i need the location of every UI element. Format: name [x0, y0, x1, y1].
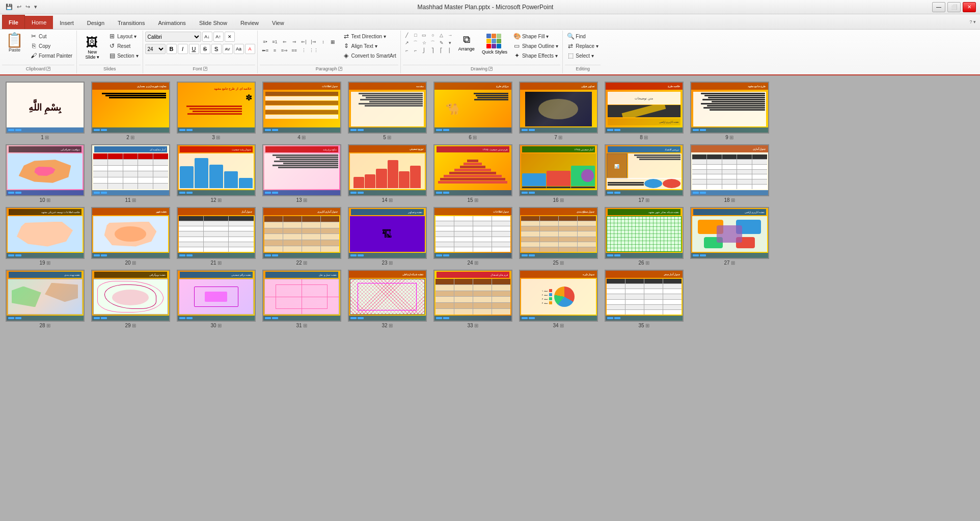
slide-item-13[interactable]: نتایج نرخ رشد ⊞13 [261, 144, 342, 203]
slide-item-5[interactable]: مقدمه ⊞5 [346, 82, 428, 140]
shape9-btn[interactable]: ⎭ [420, 47, 428, 54]
slide-item-20[interactable]: نقشه شهر ⊞20 [90, 207, 171, 266]
tab-view[interactable]: View [265, 16, 291, 29]
slide-thumb-25[interactable]: جدول سطح بندی [519, 207, 598, 259]
columns-btn[interactable]: ▦ [329, 38, 338, 46]
justify-btn[interactable]: ≡≡ [290, 46, 299, 55]
italic-btn[interactable]: I [178, 44, 188, 54]
redo-quick-btn[interactable]: ↪ [24, 3, 32, 11]
slide-thumb-33[interactable]: فرم های اشتغال [433, 270, 512, 322]
decrease-indent-btn[interactable]: ⇐ [280, 38, 289, 46]
underline-btn[interactable]: U [189, 44, 199, 54]
slide-item-26[interactable]: نقشه شبکه معابر شهر مشهد ⊞26 [603, 207, 685, 266]
slide-item-32[interactable]: نقشه شبکه ارتباطی ⊞32 [346, 270, 428, 328]
slide-thumb-34[interactable]: نمودار دایره دسته ۱ دسته ۲ دسته ۳ دسته ۴ [519, 270, 598, 322]
font-name-select[interactable]: Calibri [145, 32, 201, 42]
ltr-indent-btn[interactable]: |⇒ [309, 38, 318, 46]
text-direction-btn[interactable]: ⇄ Text Direction▾ [341, 32, 398, 41]
align-text-btn[interactable]: ⇕ Align Text▾ [341, 41, 398, 50]
align6-btn[interactable]: ⋮⋮ [309, 46, 318, 55]
slide-item-25[interactable]: جدول سطح بندی ⊞25 [518, 207, 599, 266]
slide-thumb-9[interactable]: طرح جامع مشهد [690, 82, 769, 134]
slide-thumb-23[interactable]: نقشه و تصاویر 🏗 [348, 207, 427, 259]
quick-styles-button[interactable]: Quick Styles [479, 32, 510, 57]
shape7-btn[interactable]: ⌐ [403, 47, 411, 54]
slide-thumb-17[interactable]: بررسی اقتصاد 📊 [605, 144, 684, 196]
help-icon[interactable]: ? ▾ [967, 19, 978, 24]
slide-thumb-26[interactable]: نقشه شبکه معابر شهر مشهد [605, 207, 684, 259]
align-center-btn[interactable]: ≡ [270, 46, 280, 55]
rect-shape-btn[interactable]: □ [412, 32, 420, 39]
slide-thumb-16[interactable]: آمار جمعیتی ۱۳۸۵ [519, 144, 598, 196]
cut-button[interactable]: ✂ Cut [28, 32, 74, 41]
tab-design[interactable]: Design [80, 16, 111, 29]
shape12-btn[interactable]: ⎢ [446, 47, 454, 54]
slide-item-8[interactable]: خلاصه طرح متن توضیحات نقشه کاربری اراضی … [603, 82, 685, 140]
slide-thumb-20[interactable]: نقشه شهر [91, 207, 170, 259]
curve-shape-btn[interactable]: ⌒ [429, 39, 437, 46]
tab-home[interactable]: Home [25, 16, 53, 29]
slide-item-31[interactable]: نقشه حمل و نقل ⊞31 [261, 270, 342, 328]
align5-btn[interactable]: ⋮ [300, 46, 309, 55]
shape8-btn[interactable]: ⌐ [412, 47, 420, 54]
new-slide-button[interactable]: 🖼 New Slide ▾ [79, 32, 105, 63]
freeform-shape-btn[interactable]: ✎ [438, 39, 446, 46]
arrange-button[interactable]: ⧉ Arrange [455, 32, 478, 54]
slide-thumb-13[interactable]: نتایج نرخ رشد [262, 144, 341, 196]
shape10-btn[interactable]: ⎤ [429, 47, 437, 54]
slide-thumb-18[interactable]: جدول آماری [690, 144, 769, 196]
slide-item-3[interactable]: خلاصه ای از طرح جامع مشهد ✽ ⊞3 [175, 82, 257, 140]
save-quick-btn[interactable]: 💾 [4, 3, 14, 11]
more-shapes-btn[interactable]: ▾ [446, 39, 454, 46]
slide-thumb-10[interactable]: موقعیت جغرافیایی [6, 144, 85, 196]
close-btn[interactable]: ✕ [963, 2, 976, 12]
shape-outline-btn[interactable]: ▭ Shape Outline▾ [511, 41, 560, 50]
slide-item-14[interactable]: توزیع جمعیتی [346, 144, 428, 203]
slide-item-35[interactable]: جدول آمار سفر ⊞35 [603, 270, 685, 328]
slide-item-33[interactable]: فرم های اشتغال ⊞33 [432, 270, 513, 328]
star-shape-btn[interactable]: ☆ [420, 39, 428, 46]
tab-slideshow[interactable]: Slide Show [193, 16, 234, 29]
font-expander[interactable]: ↗ [203, 67, 207, 71]
shape-fill-btn[interactable]: 🎨 Shape Fill▾ [511, 32, 560, 41]
strikethrough-btn[interactable]: S [200, 44, 210, 54]
line-shape-btn[interactable]: ╱ [403, 32, 411, 39]
slide-thumb-6[interactable]: مزایای طرح 🐪 [433, 82, 512, 134]
slide-item-34[interactable]: نمودار دایره دسته ۱ دسته ۲ دسته ۳ دسته ۴ [518, 270, 599, 328]
slide-item-27[interactable]: نقشه کاربری اراضی [689, 207, 770, 266]
numbering-btn[interactable]: ≡1 [270, 38, 280, 46]
slide-thumb-11[interactable]: آمار مقایسه ای [91, 144, 170, 196]
slide-thumb-27[interactable]: نقشه کاربری اراضی [690, 207, 769, 259]
font-size-select[interactable]: 24 [145, 44, 166, 54]
shadow-btn[interactable]: S [211, 44, 222, 54]
copy-button[interactable]: ⎘ Copy [28, 41, 74, 50]
slide-item-12[interactable]: نمودار رشد جمعیت ⊞12 [175, 144, 257, 203]
paragraph-expander[interactable]: ↗ [338, 67, 342, 71]
slide-item-1[interactable]: بِسْمِ اللَّهِ ⊞1 [4, 82, 86, 140]
slide-thumb-29[interactable]: نقشه توپوگرافی [91, 270, 170, 322]
slide-thumb-35[interactable]: جدول آمار سفر [605, 270, 684, 322]
font-color-btn[interactable]: A [245, 44, 255, 54]
paste-button[interactable]: 📋 Paste [2, 32, 27, 54]
customize-qa-btn[interactable]: ▾ [33, 3, 39, 11]
slide-thumb-19[interactable]: خلاصه اطلاعات توسعه فیزیکی مشهد [6, 207, 85, 259]
slide-item-10[interactable]: موقعیت جغرافیایی ⊞10 [4, 144, 86, 203]
slide-thumb-3[interactable]: خلاصه ای از طرح جامع مشهد ✽ [177, 82, 256, 134]
slide-thumb-31[interactable]: نقشه حمل و نقل [262, 270, 341, 322]
slide-thumb-7[interactable]: تصاویر هوایی [519, 82, 598, 134]
slide-thumb-2[interactable]: معاونت شهرسازی و معماری [91, 82, 170, 134]
roundrect-shape-btn[interactable]: ▭ [420, 32, 428, 39]
arrow-shape-btn[interactable]: → [446, 32, 454, 39]
slide-thumb-24[interactable]: جدول اطلاعات [433, 207, 512, 259]
reset-button[interactable]: ↺ Reset [106, 41, 140, 50]
slide-thumb-5[interactable]: مقدمه [348, 82, 427, 134]
char-spacing-btn[interactable]: AV [223, 44, 233, 54]
tab-insert[interactable]: Insert [53, 16, 80, 29]
maximize-btn[interactable]: ⬜ [947, 2, 961, 12]
slide-sorter-area[interactable]: طرح جامع مشهد [0, 75, 980, 521]
tab-transitions[interactable]: Transitions [111, 16, 151, 29]
slide-thumb-4[interactable]: جدول اطلاعات [262, 82, 341, 134]
triangle-shape-btn[interactable]: △ [438, 32, 446, 39]
slide-item-9[interactable]: طرح جامع مشهد [689, 82, 770, 140]
arrow2-shape-btn[interactable]: ↗ [403, 39, 411, 46]
